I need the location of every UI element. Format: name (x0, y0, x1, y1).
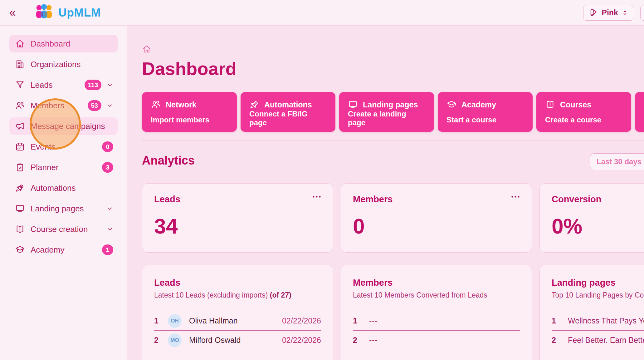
page-title: Dashboard (142, 58, 644, 79)
count-badge: 113 (85, 80, 101, 90)
sidebar-item-automations[interactable]: Automations (9, 179, 118, 197)
quick-action-automations[interactable]: AutomationsConnect a FB/IG page (241, 92, 335, 132)
ellipsis-icon[interactable] (510, 193, 521, 200)
sidebar-item-leads[interactable]: Leads113 (9, 76, 118, 94)
quick-action-partial[interactable]: Create (635, 92, 644, 132)
sidebar-item-label: Members (31, 101, 64, 111)
row-name: --- (369, 316, 378, 325)
chevron-down-icon[interactable] (106, 81, 113, 88)
sidebar-item-planner[interactable]: Planner3 (9, 159, 118, 176)
sidebar-item-members[interactable]: Members53 (9, 97, 118, 114)
calendar-icon (15, 142, 25, 152)
row-name: Oliva Hallman (189, 316, 238, 325)
quick-action-academy[interactable]: AcademyStart a course (438, 92, 533, 132)
chevrons-up-down-icon (622, 10, 628, 16)
swatch-icon (589, 8, 598, 17)
funnel-icon (15, 80, 25, 90)
chevron-down-icon[interactable] (106, 205, 113, 212)
list-row[interactable]: 2MOMilford Oswald02/22/2026 (154, 331, 321, 350)
sidebar-item-course-creation[interactable]: Course creation (9, 220, 118, 238)
sidebar-item-label: Academy (31, 245, 64, 255)
brand-name: UpMLM (58, 6, 101, 19)
theme-select-value: Pink (602, 8, 618, 17)
list-row[interactable]: 1OHOliva Hallman02/22/2026 (154, 311, 321, 331)
count-badge: 0 (102, 141, 113, 152)
avatar: OH (168, 314, 182, 328)
avatar: MO (168, 333, 182, 347)
list-subtitle: Latest 10 Members Converted from Leads (353, 291, 520, 299)
quick-action-subtitle: Import members (151, 116, 228, 124)
header-edge-button[interactable] (640, 5, 644, 21)
stat-card-members: Members0 (341, 183, 532, 253)
analytics-lists-row: LeadsLatest 10 Leads (excluding imports)… (142, 265, 644, 360)
sidebar-item-dashboard[interactable]: Dashboard (9, 35, 118, 52)
book-icon (15, 224, 25, 234)
count-badge: 3 (102, 162, 113, 173)
sidebar-item-label: Leads (31, 80, 53, 90)
sidebar-item-label: Automations (31, 183, 76, 193)
sidebar-item-label: Dashboard (31, 39, 70, 49)
clipboard-check-icon (15, 162, 25, 172)
users-icon (151, 100, 161, 110)
date-range-filter[interactable]: Last 30 days 01/23/2026 (590, 153, 644, 170)
stat-label: Conversion (552, 194, 644, 205)
row-index: 1 (353, 316, 363, 325)
ellipsis-icon[interactable] (311, 193, 322, 200)
count-badge: 53 (88, 100, 101, 111)
list-row[interactable]: 2Feel Better. Earn Better. (552, 331, 644, 350)
users-icon (15, 101, 25, 111)
sidebar-item-academy[interactable]: Academy1 (9, 241, 118, 259)
app-header: « UpMLM Pink (0, 0, 644, 26)
list-row: 2--- (353, 331, 520, 350)
graduation-cap-icon (446, 100, 456, 110)
sidebar-item-label: Planner (31, 163, 59, 172)
chevron-down-icon[interactable] (106, 226, 113, 233)
row-name: Milford Oswald (189, 336, 241, 345)
quick-action-subtitle: Start a course (446, 116, 524, 124)
quick-action-title: Landing pages (363, 100, 418, 109)
count-badge: 1 (102, 244, 113, 255)
quick-action-title: Courses (560, 100, 591, 109)
stat-value: 0% (552, 214, 644, 238)
stat-card-leads: Leads34 (142, 183, 333, 253)
sidebar-item-organizations[interactable]: Organizations (9, 56, 118, 73)
theme-select-button[interactable]: Pink (583, 5, 634, 21)
quick-action-network[interactable]: NetworkImport members (142, 92, 237, 132)
row-name: Wellness That Pays You Back (568, 316, 644, 325)
rocket-icon (249, 100, 259, 110)
quick-action-title: Academy (461, 100, 496, 109)
rocket-icon (15, 183, 25, 193)
sidebar-item-label: Course creation (31, 224, 88, 234)
stat-card-conversion: Conversion0% (539, 183, 644, 253)
book-icon (545, 100, 555, 110)
sidebar-collapse-button[interactable]: « (0, 0, 25, 26)
main-content: Dashboard NetworkImport membersAutomatio… (127, 26, 644, 360)
sidebar-nav: DashboardOrganizationsLeads113Members53M… (0, 26, 127, 360)
stat-value: 34 (154, 214, 321, 238)
row-index: 1 (552, 316, 562, 325)
home-icon[interactable] (142, 44, 151, 54)
quick-actions-row: NetworkImport membersAutomationsConnect … (142, 92, 644, 132)
date-range-label: Last 30 days (597, 157, 642, 166)
monitor-icon (15, 204, 25, 214)
quick-action-landing-pages[interactable]: Landing pagesCreate a landing page (339, 92, 434, 132)
list-title: Leads (154, 278, 321, 288)
sidebar-item-events[interactable]: Events0 (9, 138, 118, 155)
row-name: Feel Better. Earn Better. (568, 336, 644, 345)
list-card-landing-pages: Landing pagesTop 10 Landing Pages by Con… (539, 265, 644, 360)
list-card-leads: LeadsLatest 10 Leads (excluding imports)… (142, 265, 333, 360)
sidebar-item-message-campaigns[interactable]: Message campaigns (9, 117, 118, 135)
megaphone-icon (15, 121, 25, 131)
home-icon (15, 39, 25, 49)
row-date: 02/22/2026 (282, 316, 321, 325)
row-index: 2 (353, 336, 363, 345)
list-title: Members (353, 278, 520, 288)
chevron-down-icon[interactable] (106, 102, 113, 109)
row-index: 1 (154, 316, 165, 325)
sidebar-item-landing-pages[interactable]: Landing pages (9, 200, 118, 217)
app-logo[interactable]: UpMLM (34, 4, 101, 22)
sidebar-item-label: Organizations (31, 60, 80, 69)
list-row[interactable]: 1Wellness That Pays You Back (552, 311, 644, 331)
quick-action-courses[interactable]: CoursesCreate a course (536, 92, 631, 132)
stat-label: Leads (154, 194, 321, 205)
